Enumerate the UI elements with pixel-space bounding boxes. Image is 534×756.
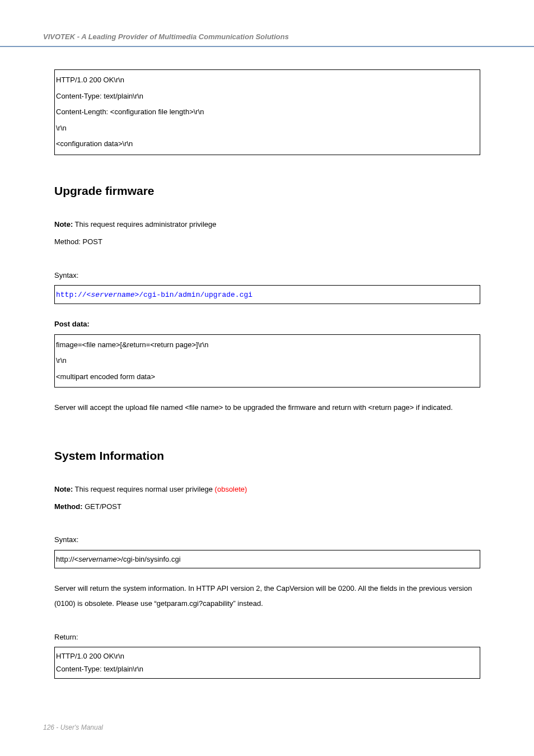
note-label: Note: xyxy=(54,485,73,493)
sysinfo-note: Note: This request requires normal user … xyxy=(54,482,480,497)
method-label: Method: xyxy=(54,502,83,511)
obsolete-tag: (obsolete) xyxy=(215,485,247,493)
syntax-label: Syntax: xyxy=(54,532,480,547)
code-line: Content-Length: <configuration file leng… xyxy=(56,104,479,120)
header-text: VIVOTEK - A Leading Provider of Multimed… xyxy=(43,32,289,41)
upgrade-syntax-box: http://<servername>/cgi-bin/admin/upgrad… xyxy=(54,285,480,304)
code-line: HTTP/1.0 200 OK\r\n xyxy=(56,72,479,88)
note-text: This request requires normal user privil… xyxy=(73,485,214,493)
system-information-heading: System Information xyxy=(54,449,480,463)
http-response-box-1: HTTP/1.0 200 OK\r\n Content-Type: text/p… xyxy=(54,69,480,155)
return-label: Return: xyxy=(54,629,480,645)
upgrade-note: Note: This request requires administrato… xyxy=(54,217,480,232)
code-line: Content-Type: text/plain\r\n xyxy=(56,88,479,105)
sysinfo-description: Server will return the system informatio… xyxy=(54,581,480,612)
code-line: \r\n xyxy=(56,120,479,137)
code-line: \r\n xyxy=(56,353,479,369)
return-box: HTTP/1.0 200 OK\r\n Content-Type: text/p… xyxy=(54,647,480,679)
code-line: HTTP/1.0 200 OK\r\n xyxy=(56,650,479,662)
page-footer: 126 - User's Manual xyxy=(43,724,103,731)
content-area: HTTP/1.0 200 OK\r\n Content-Type: text/p… xyxy=(0,69,534,679)
post-data-box: fimage=<file name>[&return=<return page>… xyxy=(54,334,480,388)
note-text: This request requires administrator priv… xyxy=(73,220,216,228)
method-text: GET/POST xyxy=(83,502,121,511)
upgrade-firmware-heading: Upgrade firmware xyxy=(54,184,480,198)
code-line: <multipart encoded form data> xyxy=(56,369,479,385)
code-line: <configuration data>\r\n xyxy=(56,136,479,152)
page-header: VIVOTEK - A Leading Provider of Multimed… xyxy=(0,0,534,47)
upgrade-description: Server will accept the upload file named… xyxy=(54,400,480,415)
upgrade-url[interactable]: http://<servername>/cgi-bin/admin/upgrad… xyxy=(56,291,252,299)
sysinfo-syntax-box: http://<servername>/cgi-bin/sysinfo.cgi xyxy=(54,550,480,568)
upgrade-method: Method: POST xyxy=(54,234,480,249)
code-line: fimage=<file name>[&return=<return page>… xyxy=(56,337,479,353)
syntax-label: Syntax: xyxy=(54,268,480,283)
note-label: Note: xyxy=(54,220,73,228)
code-line: Content-Type: text/plain\r\n xyxy=(56,662,479,675)
sysinfo-method: Method: GET/POST xyxy=(54,499,480,514)
post-data-label: Post data: xyxy=(54,316,480,332)
sysinfo-url: http://<servername>/cgi-bin/sysinfo.cgi xyxy=(56,555,181,563)
